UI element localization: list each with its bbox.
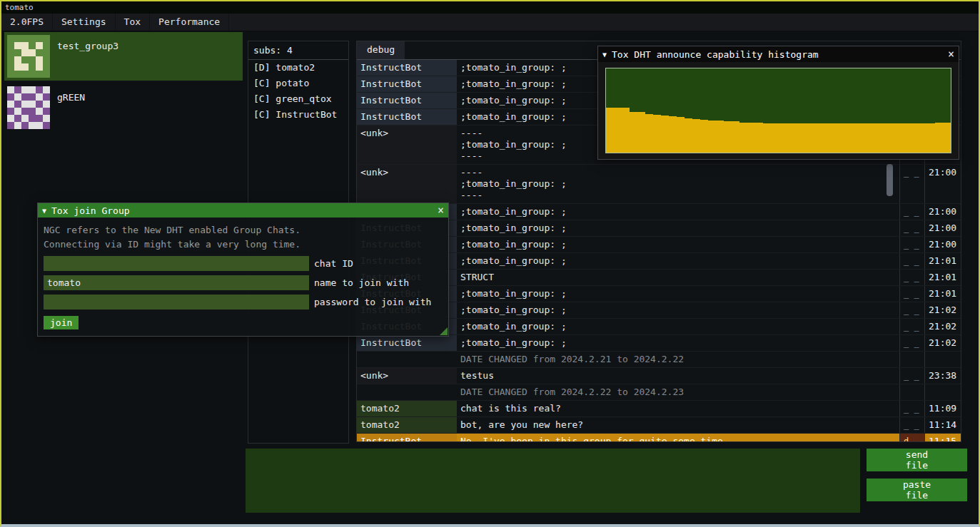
histogram-bar <box>779 123 787 153</box>
date-changed-text: DATE CHANGED from 2024.2.21 to 2024.2.22 <box>457 352 899 367</box>
message-text: ;tomato_in_group: ; <box>457 253 899 269</box>
menu-bar: 2.0FPS Settings Tox Performance <box>1 14 979 31</box>
histogram-bar <box>849 123 857 153</box>
histogram-bar <box>637 112 645 153</box>
message-row[interactable]: tomato2chat is this real?_ _11:09 <box>357 401 961 417</box>
collapse-arrow-icon[interactable]: ▼ <box>42 207 46 215</box>
histogram-bar <box>645 114 653 153</box>
join-window-titlebar[interactable]: ▼ Tox join Group × <box>38 203 448 218</box>
resize-grip-icon[interactable] <box>440 327 448 335</box>
message-time: 11:09 <box>924 401 961 416</box>
join-field-label: name to join with <box>314 277 409 288</box>
app-window: tomato 2.0FPS Settings Tox Performance t… <box>0 0 980 527</box>
sender-name: InstructBot <box>357 109 457 125</box>
message-status: _ _ <box>899 401 924 416</box>
join-input-2[interactable] <box>44 275 309 290</box>
histogram-bar <box>834 123 842 153</box>
message-row[interactable]: <unk>----;tomato_in_group: ;----_ _21:00 <box>357 165 961 204</box>
group-item-test_group3[interactable]: test_group3 <box>4 32 243 81</box>
histogram-bar <box>747 123 755 153</box>
message-input[interactable] <box>246 449 860 513</box>
histogram-bar <box>904 123 911 153</box>
join-button[interactable]: join <box>44 316 79 329</box>
message-row[interactable]: InstructBot;tomato_in_group: ;_ _21:02 <box>357 335 961 352</box>
join-field-label: password to join with <box>314 297 431 307</box>
message-time: 21:02 <box>924 319 961 334</box>
message-status: d <box>899 434 924 441</box>
message-status: _ _ <box>899 204 924 220</box>
close-icon[interactable]: × <box>432 204 444 217</box>
message-status: _ _ <box>899 302 924 318</box>
sender-name: tomato2 <box>357 417 457 433</box>
histogram-bar <box>935 123 943 153</box>
histogram-bar <box>700 120 708 153</box>
message-status: _ _ <box>899 270 924 285</box>
message-time <box>924 384 961 400</box>
sender-name: InstructBot <box>357 76 457 92</box>
date-separator-row[interactable]: DATE CHANGED from 2024.2.22 to 2024.2.23 <box>357 384 961 401</box>
message-text: ;tomato_in_group: ; <box>457 335 899 351</box>
histogram-plot <box>605 68 951 153</box>
join-input-1[interactable] <box>44 256 309 271</box>
histogram-window-titlebar[interactable]: ▼ Tox DHT announce capability histogram … <box>598 46 959 62</box>
histogram-bar <box>661 116 669 153</box>
message-time: 21:01 <box>924 270 961 285</box>
message-status <box>899 384 924 400</box>
histogram-bar <box>810 123 818 153</box>
collapse-arrow-icon[interactable]: ▼ <box>602 51 607 58</box>
message-status: _ _ <box>899 253 924 269</box>
join-info-line-1: NGC refers to the New DHT enabled Group … <box>44 223 443 237</box>
message-time: 21:00 <box>924 165 961 203</box>
date-separator-row[interactable]: DATE CHANGED from 2024.2.21 to 2024.2.22 <box>357 352 961 368</box>
tab-debug[interactable]: debug <box>357 41 405 59</box>
close-icon[interactable]: × <box>942 48 954 61</box>
join-input-3[interactable] <box>44 295 309 309</box>
histogram-window: ▼ Tox DHT announce capability histogram … <box>597 46 959 160</box>
join-window-body: NGC refers to the New DHT enabled Group … <box>38 218 448 334</box>
message-row[interactable]: InstructBotNo, I've been in this group f… <box>357 434 961 441</box>
sender-name: <unk> <box>357 126 457 164</box>
histogram-bar <box>911 123 919 153</box>
sender-name: InstructBot <box>357 434 457 441</box>
message-status: _ _ <box>899 417 924 433</box>
sender-name: InstructBot <box>357 93 457 108</box>
join-field-row: name to join with <box>44 275 443 290</box>
histogram-bar <box>919 123 927 153</box>
message-time: 11:14 <box>924 417 961 433</box>
histogram-bar <box>763 123 771 153</box>
message-text: bot, are you new here? <box>457 417 899 433</box>
subs-count: subs: 4 <box>248 41 348 60</box>
histogram-bar <box>872 123 880 153</box>
member-item[interactable]: [C] green_qtox <box>248 91 348 107</box>
member-item[interactable]: [C] InstructBot <box>248 107 348 123</box>
histogram-bar <box>802 123 810 153</box>
message-status: _ _ <box>899 220 924 236</box>
histogram-bar <box>864 123 872 153</box>
send-file-button[interactable]: send file <box>867 449 967 471</box>
fps-counter: 2.0FPS <box>1 14 53 31</box>
menu-tox[interactable]: Tox <box>116 14 150 31</box>
histogram-bar <box>771 123 779 153</box>
group-item-gREEN[interactable]: gREEN <box>4 83 243 132</box>
histogram-bar <box>857 123 865 153</box>
message-row[interactable]: <unk>testus_ _23:38 <box>357 368 961 384</box>
window-title: tomato <box>5 3 34 12</box>
histogram-bar <box>826 123 834 153</box>
menu-performance[interactable]: Performance <box>150 14 229 31</box>
chat-scrollbar[interactable] <box>886 164 893 196</box>
member-item[interactable]: [D] tomato2 <box>248 60 348 76</box>
histogram-bar <box>732 121 739 153</box>
message-row[interactable]: tomato2bot, are you new here?_ _11:14 <box>357 417 961 434</box>
message-text: chat is this real? <box>457 401 899 416</box>
sender-name: InstructBot <box>357 60 457 76</box>
member-item[interactable]: [C] potato <box>248 76 348 91</box>
window-titlebar: tomato <box>1 1 979 14</box>
menu-settings[interactable]: Settings <box>53 14 116 31</box>
histogram-bar <box>927 123 935 153</box>
histogram-bar <box>669 116 677 153</box>
date-changed-text: DATE CHANGED from 2024.2.22 to 2024.2.23 <box>457 384 899 400</box>
histogram-bar <box>724 121 732 153</box>
histogram-bar <box>622 108 630 153</box>
histogram-bar <box>755 123 763 153</box>
paste-file-button[interactable]: paste file <box>867 479 967 501</box>
